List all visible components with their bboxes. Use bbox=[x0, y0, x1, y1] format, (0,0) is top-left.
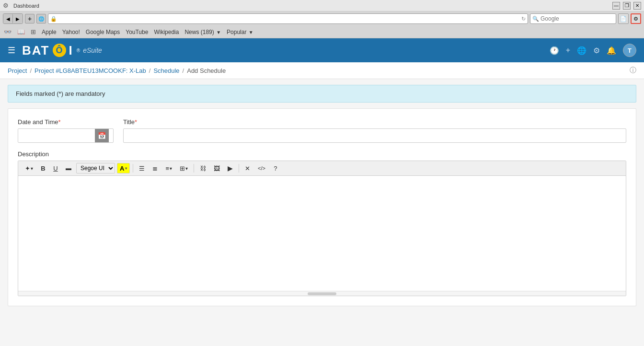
bookmark-googlemaps[interactable]: Google Maps bbox=[86, 29, 120, 35]
add-tab-button[interactable]: + bbox=[25, 14, 34, 23]
logo-i: I bbox=[69, 43, 73, 58]
align-button[interactable]: ≡▾ bbox=[162, 163, 175, 173]
bookmark-wikipedia[interactable]: Wikipedia bbox=[154, 29, 179, 35]
bookmark-youtube[interactable]: YouTube bbox=[126, 29, 148, 35]
window-controls: — ❐ ✕ bbox=[612, 2, 641, 10]
bold-button[interactable]: B bbox=[38, 163, 48, 173]
rte-sep-2 bbox=[194, 164, 194, 173]
form-area: Date and Time* 📅 Title* Description bbox=[8, 108, 636, 306]
table-button[interactable]: ⊞▾ bbox=[177, 163, 191, 173]
source-button[interactable]: </> bbox=[255, 163, 268, 173]
info-banner-text: Fields marked (*) are mandatory bbox=[16, 90, 105, 97]
logo-container: BAT Ô I ® eSuite bbox=[22, 43, 102, 58]
logo-letter-o: Ô bbox=[56, 46, 63, 56]
unordered-list-button[interactable]: ☰ bbox=[136, 163, 148, 173]
hamburger-menu[interactable]: ☰ bbox=[8, 45, 15, 56]
rte-container: ✦▾ B U ▬ Segoe UI A ▾ bbox=[18, 161, 626, 296]
glasses-icon: 👓 bbox=[4, 28, 12, 35]
refresh-icon[interactable]: ↻ bbox=[521, 16, 526, 22]
breadcrumb-schedule[interactable]: Schedule bbox=[153, 67, 179, 74]
description-group: Description ✦▾ B U ▬ Segoe UI bbox=[18, 150, 626, 296]
content-area: Project / Project #LG8ABTEU13MCOOKF: X-L… bbox=[0, 62, 644, 346]
title-required-star: * bbox=[135, 118, 137, 126]
bookmark-news[interactable]: News (189) ▼ bbox=[184, 29, 221, 35]
url-input[interactable] bbox=[59, 15, 519, 22]
calendar-button[interactable]: 📅 bbox=[95, 129, 109, 142]
date-input[interactable] bbox=[18, 129, 95, 142]
title-input[interactable] bbox=[123, 128, 626, 143]
bookmark-popular[interactable]: Popular ▼ bbox=[227, 29, 253, 35]
back-button[interactable]: ◀ bbox=[3, 14, 13, 23]
settings-icon[interactable]: ⚙ bbox=[593, 46, 600, 55]
window-title: Dashboard bbox=[12, 3, 612, 9]
rte-content-area[interactable] bbox=[18, 176, 626, 291]
rte-sep-1 bbox=[133, 164, 133, 173]
gear-button[interactable]: ⚙ bbox=[631, 13, 641, 24]
add-icon[interactable]: + bbox=[566, 46, 570, 55]
bookmark-yahoo[interactable]: Yahoo! bbox=[62, 29, 80, 35]
title-group: Title* bbox=[123, 118, 626, 143]
search-bar-container[interactable]: 🔍 bbox=[530, 13, 616, 24]
bookmark-apple[interactable]: Apple bbox=[42, 29, 57, 35]
forward-button[interactable]: ▶ bbox=[13, 14, 23, 23]
restore-button[interactable]: ❐ bbox=[623, 2, 631, 10]
esuite-label: eSuite bbox=[83, 46, 102, 54]
breadcrumb-bar: Project / Project #LG8ABTEU13MCOOKF: X-L… bbox=[0, 62, 644, 79]
rte-toolbar: ✦▾ B U ▬ Segoe UI A ▾ bbox=[18, 161, 626, 176]
font-color-button[interactable]: A ▾ bbox=[117, 163, 130, 173]
info-banner: Fields marked (*) are mandatory bbox=[8, 85, 636, 103]
link-button[interactable]: ⛓ bbox=[197, 163, 209, 173]
breadcrumb-sep-3: / bbox=[183, 67, 184, 74]
font-select[interactable]: Segoe UI bbox=[76, 163, 115, 173]
lock-icon: 🔒 bbox=[50, 16, 57, 22]
logo-badge: Ô bbox=[53, 44, 66, 57]
help-button[interactable]: ? bbox=[270, 163, 281, 173]
underline-button[interactable]: U bbox=[50, 163, 61, 173]
rte-sep-3 bbox=[239, 164, 239, 173]
grid-icon: ⊞ bbox=[31, 28, 36, 35]
search-input[interactable] bbox=[540, 15, 608, 22]
strikethrough-button[interactable]: ▬ bbox=[63, 163, 74, 173]
image-button[interactable]: 🖼 bbox=[211, 163, 223, 173]
remove-format-button[interactable]: ✕ bbox=[242, 163, 253, 173]
bookmarks-bar: 👓 📖 ⊞ Apple Yahoo! Google Maps YouTube W… bbox=[0, 26, 644, 38]
breadcrumb-current: Add Schedule bbox=[187, 67, 226, 74]
breadcrumb: Project / Project #LG8ABTEU13MCOOKF: X-L… bbox=[8, 67, 226, 74]
search-icon: 🔍 bbox=[532, 16, 539, 22]
globe-icon[interactable]: 🌐 bbox=[577, 46, 586, 55]
close-button[interactable]: ✕ bbox=[633, 2, 641, 10]
magic-wand-button[interactable]: ✦▾ bbox=[22, 163, 36, 173]
title-bar: ⚙ Dashboard — ❐ ✕ bbox=[0, 0, 644, 12]
bookmark-btn[interactable]: 📄 bbox=[618, 13, 629, 24]
header-left: ☰ BAT Ô I ® eSuite bbox=[8, 43, 102, 58]
title-label: Title* bbox=[123, 118, 626, 126]
header-right: 🕐 + 🌐 ⚙ 🔔 T bbox=[550, 44, 636, 57]
breadcrumb-project-id[interactable]: Project #LG8ABTEU13MCOOKF: X-Lab bbox=[34, 67, 146, 74]
media-button[interactable]: ▶ bbox=[225, 163, 236, 173]
minimize-button[interactable]: — bbox=[612, 2, 620, 10]
app-header: ☰ BAT Ô I ® eSuite 🕐 + 🌐 ⚙ 🔔 T bbox=[0, 38, 644, 62]
nav-bar: ◀ ▶ + 🌐 🔒 ↻ 🔍 📄 ⚙ bbox=[0, 12, 644, 26]
breadcrumb-project[interactable]: Project bbox=[8, 67, 27, 74]
breadcrumb-sep-2: / bbox=[149, 67, 151, 74]
user-avatar[interactable]: T bbox=[623, 44, 636, 57]
description-label: Description bbox=[18, 150, 626, 158]
ordered-list-button[interactable]: ≣ bbox=[150, 163, 161, 173]
back-forward-group: ◀ ▶ bbox=[3, 13, 23, 24]
date-label: Date and Time* bbox=[18, 118, 114, 126]
info-circle-icon[interactable]: ⓘ bbox=[630, 66, 636, 75]
date-required-star: * bbox=[58, 118, 61, 126]
logo-bat: BAT bbox=[22, 43, 50, 58]
bell-icon[interactable]: 🔔 bbox=[607, 46, 616, 55]
logo-registered: ® bbox=[77, 48, 80, 53]
breadcrumb-sep-1: / bbox=[30, 67, 32, 74]
rte-scrollbar[interactable] bbox=[308, 292, 336, 295]
clock-icon[interactable]: 🕐 bbox=[550, 46, 559, 55]
date-input-wrapper: 📅 bbox=[18, 128, 114, 143]
url-bar-container[interactable]: 🔒 ↻ bbox=[48, 13, 528, 24]
tab-favicon: 🌐 bbox=[38, 16, 44, 22]
form-row-date-title: Date and Time* 📅 Title* bbox=[18, 118, 626, 143]
date-group: Date and Time* 📅 bbox=[18, 118, 114, 143]
book-icon: 📖 bbox=[17, 28, 25, 35]
rte-scrollbar-area bbox=[18, 291, 626, 296]
